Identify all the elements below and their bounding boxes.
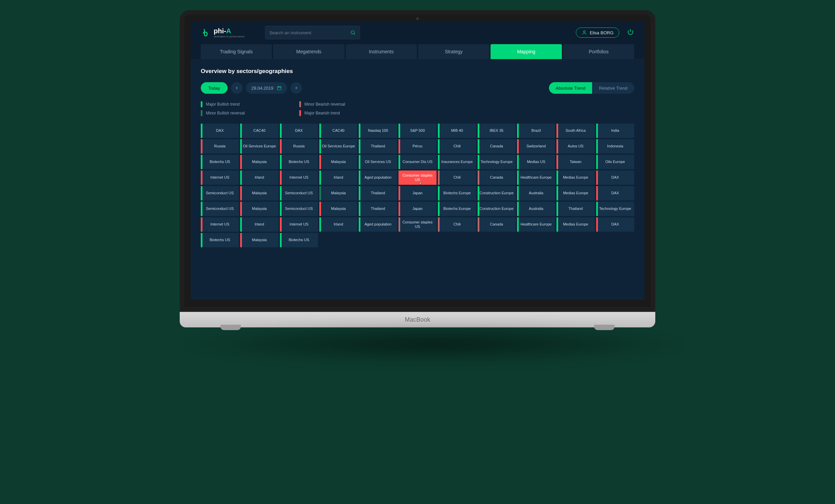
heatmap-cell[interactable]: Australia xyxy=(517,202,555,216)
heatmap-cell[interactable]: Autos US xyxy=(556,139,594,154)
trend-option-absolute-trend[interactable]: Absolute Trend xyxy=(549,82,592,94)
heatmap-cell[interactable]: Aged population xyxy=(359,217,397,232)
nav-tab-instruments[interactable]: Instruments xyxy=(346,44,417,59)
heatmap-cell[interactable]: S&P 500 xyxy=(398,124,437,138)
heatmap-cell[interactable]: Malaysia xyxy=(240,233,278,247)
heatmap-cell[interactable]: CAC40 xyxy=(240,124,278,138)
heatmap-cell[interactable]: Indonesia xyxy=(596,139,634,154)
search-input[interactable] xyxy=(269,30,350,35)
heatmap-cell[interactable]: Biotechs US xyxy=(201,155,239,169)
heatmap-cell[interactable]: Semiconduct US xyxy=(201,186,239,200)
nav-tab-megatrends[interactable]: Megatrends xyxy=(273,44,344,59)
heatmap-cell[interactable]: Medias Europe xyxy=(556,217,594,232)
heatmap-cell[interactable]: Chili xyxy=(438,217,476,232)
heatmap-cell[interactable]: Malaysia xyxy=(319,202,357,216)
heatmap-cell[interactable]: Brazil xyxy=(517,124,555,138)
search-box[interactable] xyxy=(265,26,360,39)
heatmap-cell[interactable]: Thailand xyxy=(359,186,397,200)
heatmap-cell[interactable]: Internet US xyxy=(280,170,318,185)
power-button[interactable] xyxy=(627,28,634,37)
heatmap-cell[interactable]: Japan xyxy=(398,202,437,216)
nav-tab-mapping[interactable]: Mapping xyxy=(491,44,562,59)
trend-stripe xyxy=(201,186,202,200)
heatmap-cell[interactable]: Semiconduct US xyxy=(280,186,318,200)
laptop-shadow xyxy=(180,324,689,365)
heatmap-cell[interactable]: Thailand xyxy=(359,139,397,154)
heatmap-cell[interactable]: Irland xyxy=(319,217,357,232)
heatmap-cell[interactable]: Malaysia xyxy=(319,155,357,169)
heatmap-cell[interactable]: Russia xyxy=(201,139,239,154)
heatmap-cell[interactable]: Semiconduct US xyxy=(201,202,239,216)
heatmap-cell[interactable]: Consumer Dis US xyxy=(398,155,437,169)
heatmap-cell[interactable]: MIB 40 xyxy=(438,124,476,138)
heatmap-cell[interactable]: Canada xyxy=(478,139,516,154)
heatmap-cell[interactable]: Chili xyxy=(438,139,476,154)
trend-option-relative-trend[interactable]: Relative Trend xyxy=(592,82,634,94)
heatmap-cell[interactable]: India xyxy=(596,124,634,138)
heatmap-cell[interactable]: Canada xyxy=(478,217,516,232)
heatmap-cell[interactable]: Irland xyxy=(240,217,278,232)
heatmap-cell[interactable]: Oil Services US xyxy=(359,155,397,169)
heatmap-cell[interactable]: Nasdaq 100 xyxy=(359,124,397,138)
heatmap-cell[interactable]: Construction Europe xyxy=(478,202,516,216)
heatmap-cell[interactable]: Russia xyxy=(280,139,318,154)
heatmap-cell[interactable]: Internet US xyxy=(201,217,239,232)
heatmap-cell[interactable]: Malaysia xyxy=(319,186,357,200)
heatmap-cell[interactable]: Internet US xyxy=(280,217,318,232)
trend-stripe xyxy=(240,186,242,200)
heatmap-cell[interactable]: Medias US xyxy=(517,155,555,169)
heatmap-cell[interactable]: Technology Europe xyxy=(596,202,634,216)
heatmap-cell[interactable]: DAX xyxy=(596,186,634,200)
heatmap-cell[interactable]: Medias Europe xyxy=(556,186,594,200)
heatmap-cell[interactable]: DAX xyxy=(201,124,239,138)
date-display[interactable]: 29.04.2019 xyxy=(246,82,287,94)
heatmap-cell[interactable]: Healthcare Europe xyxy=(517,170,555,185)
heatmap-cell[interactable]: Healthcare Europe xyxy=(517,217,555,232)
heatmap-cell[interactable]: Irland xyxy=(240,170,278,185)
nav-tab-strategy[interactable]: Strategy xyxy=(418,44,489,59)
heatmap-cell[interactable]: Irland xyxy=(319,170,357,185)
heatmap-cell[interactable]: Aged population xyxy=(359,170,397,185)
heatmap-cell[interactable]: Switzerland xyxy=(517,139,555,154)
heatmap-cell[interactable]: Technology Europe xyxy=(478,155,516,169)
heatmap-cell[interactable]: Japan xyxy=(398,186,437,200)
heatmap-cell[interactable]: Construction Europe xyxy=(478,186,516,200)
heatmap-cell[interactable]: Malaysia xyxy=(240,202,278,216)
heatmap-cell[interactable]: Pérou xyxy=(398,139,437,154)
heatmap-cell[interactable]: Taiwan xyxy=(556,155,594,169)
heatmap-cell[interactable]: Malaysia xyxy=(240,155,278,169)
heatmap-cell[interactable]: Australia xyxy=(517,186,555,200)
heatmap-cell[interactable]: CAC40 xyxy=(319,124,357,138)
heatmap-cell[interactable]: Chili xyxy=(438,170,476,185)
heatmap-cell[interactable]: Consumer staples US xyxy=(398,217,437,232)
heatmap-cell[interactable]: Internet US xyxy=(201,170,239,185)
nav-tab-trading-signals[interactable]: Trading Signals xyxy=(201,44,272,59)
heatmap-cell[interactable]: Thailand xyxy=(556,202,594,216)
heatmap-cell[interactable]: Oil Services Europe xyxy=(240,139,278,154)
heatmap-cell[interactable]: Insurances Europe xyxy=(438,155,476,169)
heatmap-cell[interactable]: Biotechs Europe xyxy=(438,186,476,200)
heatmap-cell[interactable]: Oil Services Europe xyxy=(319,139,357,154)
heatmap-cell[interactable]: South Africa xyxy=(556,124,594,138)
heatmap-cell[interactable]: Consumer staples US xyxy=(398,170,437,185)
heatmap-cell[interactable]: Biotechs US xyxy=(201,233,239,247)
heatmap-cell[interactable]: Semiconduct US xyxy=(280,202,318,216)
heatmap-cell[interactable]: Thailand xyxy=(359,202,397,216)
today-button[interactable]: Today xyxy=(201,82,228,94)
next-date-button[interactable] xyxy=(290,82,302,94)
heatmap-cell[interactable]: Canada xyxy=(478,170,516,185)
heatmap-cell[interactable]: Oils Europe xyxy=(596,155,634,169)
heatmap-cell[interactable]: DAX xyxy=(596,170,634,185)
nav-tab-portfolios[interactable]: Portfolios xyxy=(563,44,634,59)
heatmap-cell[interactable]: Medias Europe xyxy=(556,170,594,185)
app-logo[interactable]: phi-A dedicated to performance xyxy=(201,28,245,38)
user-pill[interactable]: Elisa BORG xyxy=(576,28,619,38)
prev-date-button[interactable] xyxy=(231,82,243,94)
heatmap-cell[interactable]: IBEX 35 xyxy=(478,124,516,138)
heatmap-cell[interactable]: DAX xyxy=(280,124,318,138)
heatmap-cell[interactable]: Biotechs US xyxy=(280,155,318,169)
heatmap-cell[interactable]: Malaysia xyxy=(240,186,278,200)
heatmap-cell[interactable]: Biotechs Europe xyxy=(438,202,476,216)
heatmap-cell[interactable]: DAX xyxy=(596,217,634,232)
heatmap-cell[interactable]: Biotechs US xyxy=(280,233,318,247)
